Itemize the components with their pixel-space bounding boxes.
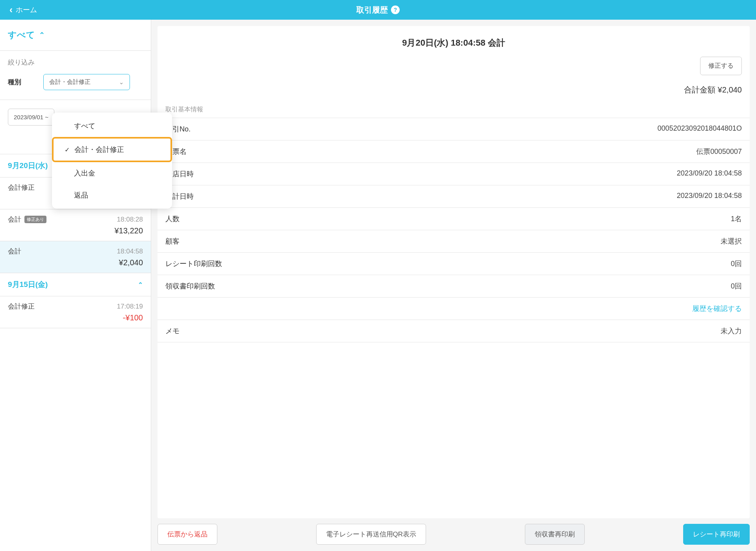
transaction-item[interactable]: 会計修正あり18:08:28¥13,220 xyxy=(0,209,151,241)
dropdown-option[interactable]: すべて xyxy=(52,115,172,137)
dropdown-option[interactable]: 返品 xyxy=(52,184,172,206)
detail-title: 9月20日(水) 18:04:58 会計 xyxy=(158,26,750,57)
history-link[interactable]: 履歴を確認する xyxy=(692,304,742,313)
chevron-up-icon: ⌃ xyxy=(138,281,143,288)
type-dropdown-menu: すべて✓会計・会計修正入出金返品 xyxy=(52,113,172,209)
correct-button-row: 修正する xyxy=(158,57,750,81)
detail-row: 顧客未選択 xyxy=(158,230,750,253)
help-icon[interactable]: ? xyxy=(391,6,400,14)
reprint-receipt2-button[interactable]: 領収書再印刷 xyxy=(525,524,585,545)
back-label: ホーム xyxy=(16,5,37,15)
status-badge: 修正あり xyxy=(24,216,46,223)
correct-button[interactable]: 修正する xyxy=(700,57,742,75)
chevron-left-icon: ‹ xyxy=(9,4,13,15)
detail-row: 領収書印刷回数0回 xyxy=(158,275,750,298)
main-content: 9月20日(水) 18:04:58 会計 修正する 合計金額 ¥2,040 取引… xyxy=(151,20,756,551)
transaction-item[interactable]: 会計修正17:08:19-¥100 xyxy=(0,296,151,328)
dropdown-option[interactable]: 入出金 xyxy=(52,162,172,184)
divider xyxy=(0,100,151,100)
return-from-slip-button[interactable]: 伝票から返品 xyxy=(158,524,217,545)
filter-all-toggle[interactable]: すべて ⌃ xyxy=(0,20,151,51)
detail-row: 伝票名伝票00050007 xyxy=(158,141,750,163)
sidebar: すべて ⌃ 絞り込み 種別 会計・会計修正 ⌄ 2023/09/01 ~ + 新… xyxy=(0,20,151,551)
reprint-receipt-button[interactable]: レシート再印刷 xyxy=(683,524,750,545)
transaction-item[interactable]: 会計18:04:58¥2,040 xyxy=(0,241,151,273)
detail-row: 人数1名 xyxy=(158,208,750,230)
app-header: ‹ ホーム 取引履歴 ? xyxy=(0,0,756,20)
history-link-row: 履歴を確認する xyxy=(158,298,750,320)
back-button[interactable]: ‹ ホーム xyxy=(0,4,46,15)
action-bar: 伝票から返品 電子レシート再送信用QR表示 領収書再印刷 レシート再印刷 xyxy=(151,518,756,551)
date-range-input[interactable]: 2023/09/01 ~ xyxy=(8,109,54,126)
page-title: 取引履歴 ? xyxy=(356,5,400,15)
total-amount: 合計金額 ¥2,040 xyxy=(158,81,750,102)
memo-row: メモ 未入力 xyxy=(158,320,750,342)
filter-narrow-label: 絞り込み xyxy=(0,51,151,72)
resend-qr-button[interactable]: 電子レシート再送信用QR表示 xyxy=(316,524,426,545)
main-container: すべて ⌃ 絞り込み 種別 会計・会計修正 ⌄ 2023/09/01 ~ + 新… xyxy=(0,20,756,551)
detail-row: 会計日時2023/09/20 18:04:58 xyxy=(158,185,750,208)
dropdown-option[interactable]: ✓会計・会計修正 xyxy=(52,137,172,162)
detail-panel: 9月20日(水) 18:04:58 会計 修正する 合計金額 ¥2,040 取引… xyxy=(158,26,750,518)
check-icon: ✓ xyxy=(65,146,70,153)
chevron-down-icon: ⌄ xyxy=(119,79,124,86)
type-select[interactable]: 会計・会計修正 ⌄ xyxy=(43,74,130,90)
detail-row: 取引No.00052023092018044801O xyxy=(158,118,750,141)
chevron-up-icon: ⌃ xyxy=(39,31,45,39)
type-label: 種別 xyxy=(8,78,28,87)
detail-row: レシート印刷回数0回 xyxy=(158,253,750,275)
filter-type-row: 種別 会計・会計修正 ⌄ xyxy=(0,72,151,96)
date-group-header[interactable]: 9月15日(金)⌃ xyxy=(0,273,151,296)
detail-row: 来店日時2023/09/20 18:04:58 xyxy=(158,163,750,185)
section-title: 取引基本情報 xyxy=(158,102,750,118)
